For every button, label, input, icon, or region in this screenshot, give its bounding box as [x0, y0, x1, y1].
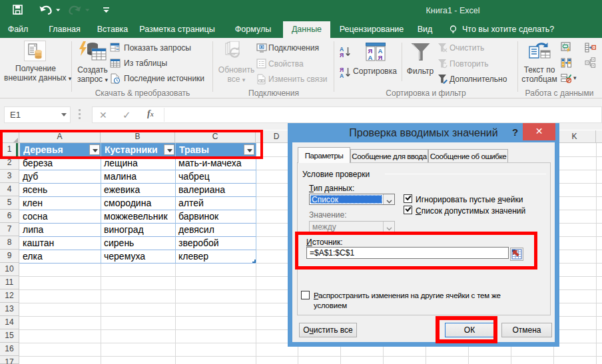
- svg-text:А: А: [368, 54, 373, 61]
- svg-text:Я: Я: [378, 54, 383, 61]
- svg-text:А: А: [340, 73, 344, 79]
- svg-text:Я: Я: [340, 52, 344, 59]
